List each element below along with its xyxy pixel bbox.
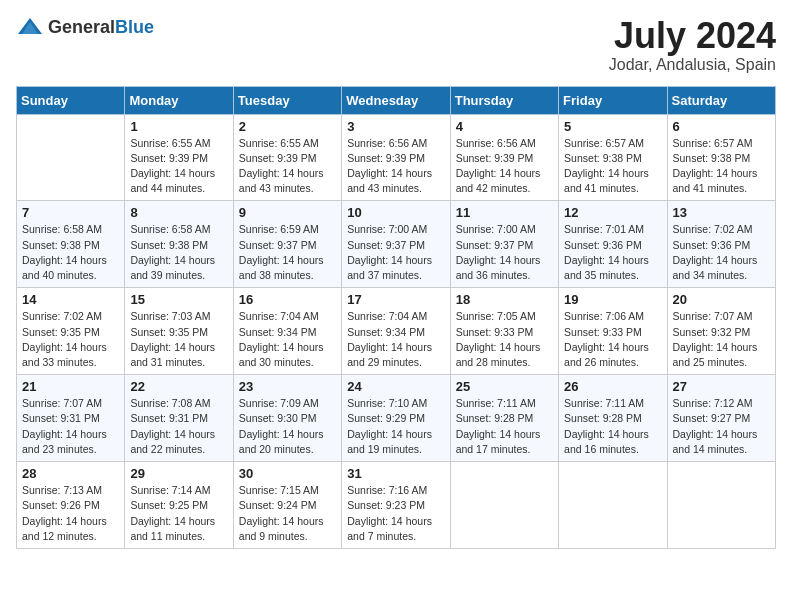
header-day-friday: Friday <box>559 86 667 114</box>
day-number: 19 <box>564 292 661 307</box>
logo-icon <box>16 16 44 38</box>
day-info: Sunrise: 7:03 AM Sunset: 9:35 PM Dayligh… <box>130 309 227 370</box>
day-number: 2 <box>239 119 336 134</box>
day-info: Sunrise: 6:58 AM Sunset: 9:38 PM Dayligh… <box>130 222 227 283</box>
day-number: 25 <box>456 379 553 394</box>
calendar-cell: 25Sunrise: 7:11 AM Sunset: 9:28 PM Dayli… <box>450 375 558 462</box>
day-number: 13 <box>673 205 770 220</box>
calendar-week-row: 21Sunrise: 7:07 AM Sunset: 9:31 PM Dayli… <box>17 375 776 462</box>
day-info: Sunrise: 6:57 AM Sunset: 9:38 PM Dayligh… <box>673 136 770 197</box>
calendar-cell: 10Sunrise: 7:00 AM Sunset: 9:37 PM Dayli… <box>342 201 450 288</box>
calendar-cell <box>559 462 667 549</box>
day-info: Sunrise: 7:02 AM Sunset: 9:35 PM Dayligh… <box>22 309 119 370</box>
calendar-cell: 30Sunrise: 7:15 AM Sunset: 9:24 PM Dayli… <box>233 462 341 549</box>
calendar-cell: 27Sunrise: 7:12 AM Sunset: 9:27 PM Dayli… <box>667 375 775 462</box>
day-info: Sunrise: 6:58 AM Sunset: 9:38 PM Dayligh… <box>22 222 119 283</box>
day-info: Sunrise: 7:00 AM Sunset: 9:37 PM Dayligh… <box>347 222 444 283</box>
calendar-header-row: SundayMondayTuesdayWednesdayThursdayFrid… <box>17 86 776 114</box>
day-number: 10 <box>347 205 444 220</box>
logo-text-general: General <box>48 17 115 37</box>
calendar-cell: 11Sunrise: 7:00 AM Sunset: 9:37 PM Dayli… <box>450 201 558 288</box>
day-info: Sunrise: 7:15 AM Sunset: 9:24 PM Dayligh… <box>239 483 336 544</box>
day-info: Sunrise: 6:59 AM Sunset: 9:37 PM Dayligh… <box>239 222 336 283</box>
calendar-cell: 16Sunrise: 7:04 AM Sunset: 9:34 PM Dayli… <box>233 288 341 375</box>
day-info: Sunrise: 7:04 AM Sunset: 9:34 PM Dayligh… <box>347 309 444 370</box>
day-info: Sunrise: 7:07 AM Sunset: 9:31 PM Dayligh… <box>22 396 119 457</box>
day-info: Sunrise: 6:57 AM Sunset: 9:38 PM Dayligh… <box>564 136 661 197</box>
calendar-cell: 18Sunrise: 7:05 AM Sunset: 9:33 PM Dayli… <box>450 288 558 375</box>
day-number: 3 <box>347 119 444 134</box>
calendar-week-row: 14Sunrise: 7:02 AM Sunset: 9:35 PM Dayli… <box>17 288 776 375</box>
day-number: 15 <box>130 292 227 307</box>
calendar-cell: 24Sunrise: 7:10 AM Sunset: 9:29 PM Dayli… <box>342 375 450 462</box>
day-info: Sunrise: 7:13 AM Sunset: 9:26 PM Dayligh… <box>22 483 119 544</box>
day-info: Sunrise: 7:00 AM Sunset: 9:37 PM Dayligh… <box>456 222 553 283</box>
day-number: 27 <box>673 379 770 394</box>
day-number: 21 <box>22 379 119 394</box>
calendar-cell: 23Sunrise: 7:09 AM Sunset: 9:30 PM Dayli… <box>233 375 341 462</box>
day-number: 6 <box>673 119 770 134</box>
logo: GeneralBlue <box>16 16 154 38</box>
day-number: 12 <box>564 205 661 220</box>
day-info: Sunrise: 7:06 AM Sunset: 9:33 PM Dayligh… <box>564 309 661 370</box>
calendar-cell <box>450 462 558 549</box>
day-info: Sunrise: 7:16 AM Sunset: 9:23 PM Dayligh… <box>347 483 444 544</box>
day-number: 28 <box>22 466 119 481</box>
calendar-cell: 22Sunrise: 7:08 AM Sunset: 9:31 PM Dayli… <box>125 375 233 462</box>
calendar-cell: 8Sunrise: 6:58 AM Sunset: 9:38 PM Daylig… <box>125 201 233 288</box>
calendar-cell: 26Sunrise: 7:11 AM Sunset: 9:28 PM Dayli… <box>559 375 667 462</box>
calendar-week-row: 1Sunrise: 6:55 AM Sunset: 9:39 PM Daylig… <box>17 114 776 201</box>
day-info: Sunrise: 7:11 AM Sunset: 9:28 PM Dayligh… <box>564 396 661 457</box>
header-day-thursday: Thursday <box>450 86 558 114</box>
day-number: 4 <box>456 119 553 134</box>
calendar-week-row: 28Sunrise: 7:13 AM Sunset: 9:26 PM Dayli… <box>17 462 776 549</box>
calendar-cell: 19Sunrise: 7:06 AM Sunset: 9:33 PM Dayli… <box>559 288 667 375</box>
day-info: Sunrise: 7:09 AM Sunset: 9:30 PM Dayligh… <box>239 396 336 457</box>
day-number: 22 <box>130 379 227 394</box>
page-header: GeneralBlue July 2024 Jodar, Andalusia, … <box>16 16 776 74</box>
day-number: 14 <box>22 292 119 307</box>
header-day-monday: Monday <box>125 86 233 114</box>
calendar-cell: 20Sunrise: 7:07 AM Sunset: 9:32 PM Dayli… <box>667 288 775 375</box>
location-subtitle: Jodar, Andalusia, Spain <box>609 56 776 74</box>
day-info: Sunrise: 7:02 AM Sunset: 9:36 PM Dayligh… <box>673 222 770 283</box>
day-number: 17 <box>347 292 444 307</box>
header-day-sunday: Sunday <box>17 86 125 114</box>
header-day-tuesday: Tuesday <box>233 86 341 114</box>
logo-text-blue: Blue <box>115 17 154 37</box>
calendar-cell: 1Sunrise: 6:55 AM Sunset: 9:39 PM Daylig… <box>125 114 233 201</box>
calendar-cell: 28Sunrise: 7:13 AM Sunset: 9:26 PM Dayli… <box>17 462 125 549</box>
day-info: Sunrise: 7:08 AM Sunset: 9:31 PM Dayligh… <box>130 396 227 457</box>
calendar-cell: 5Sunrise: 6:57 AM Sunset: 9:38 PM Daylig… <box>559 114 667 201</box>
day-number: 20 <box>673 292 770 307</box>
day-info: Sunrise: 7:11 AM Sunset: 9:28 PM Dayligh… <box>456 396 553 457</box>
calendar-cell: 13Sunrise: 7:02 AM Sunset: 9:36 PM Dayli… <box>667 201 775 288</box>
day-info: Sunrise: 7:01 AM Sunset: 9:36 PM Dayligh… <box>564 222 661 283</box>
calendar-cell: 6Sunrise: 6:57 AM Sunset: 9:38 PM Daylig… <box>667 114 775 201</box>
day-info: Sunrise: 7:05 AM Sunset: 9:33 PM Dayligh… <box>456 309 553 370</box>
calendar-cell: 12Sunrise: 7:01 AM Sunset: 9:36 PM Dayli… <box>559 201 667 288</box>
calendar-cell: 21Sunrise: 7:07 AM Sunset: 9:31 PM Dayli… <box>17 375 125 462</box>
day-number: 7 <box>22 205 119 220</box>
day-number: 29 <box>130 466 227 481</box>
day-number: 23 <box>239 379 336 394</box>
calendar-cell: 15Sunrise: 7:03 AM Sunset: 9:35 PM Dayli… <box>125 288 233 375</box>
day-number: 31 <box>347 466 444 481</box>
calendar-cell: 9Sunrise: 6:59 AM Sunset: 9:37 PM Daylig… <box>233 201 341 288</box>
day-info: Sunrise: 6:56 AM Sunset: 9:39 PM Dayligh… <box>456 136 553 197</box>
day-number: 1 <box>130 119 227 134</box>
title-block: July 2024 Jodar, Andalusia, Spain <box>609 16 776 74</box>
day-info: Sunrise: 7:14 AM Sunset: 9:25 PM Dayligh… <box>130 483 227 544</box>
day-info: Sunrise: 7:12 AM Sunset: 9:27 PM Dayligh… <box>673 396 770 457</box>
day-number: 24 <box>347 379 444 394</box>
calendar-cell: 7Sunrise: 6:58 AM Sunset: 9:38 PM Daylig… <box>17 201 125 288</box>
header-day-saturday: Saturday <box>667 86 775 114</box>
day-number: 18 <box>456 292 553 307</box>
day-number: 11 <box>456 205 553 220</box>
day-info: Sunrise: 7:07 AM Sunset: 9:32 PM Dayligh… <box>673 309 770 370</box>
calendar-cell: 3Sunrise: 6:56 AM Sunset: 9:39 PM Daylig… <box>342 114 450 201</box>
calendar-cell: 31Sunrise: 7:16 AM Sunset: 9:23 PM Dayli… <box>342 462 450 549</box>
calendar-cell <box>17 114 125 201</box>
day-number: 8 <box>130 205 227 220</box>
month-year-title: July 2024 <box>609 16 776 56</box>
